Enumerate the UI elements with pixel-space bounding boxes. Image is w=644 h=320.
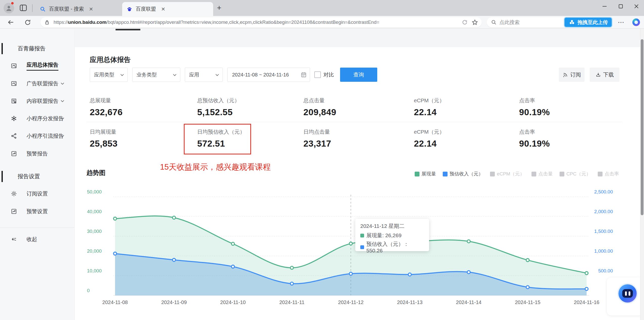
stat-value: 22.14 [414, 138, 445, 149]
chart-tooltip: 2024-11-12 星期二 展现量: 26,269 预估收入（元）：550.2… [355, 219, 429, 251]
window-close-button[interactable] [629, 0, 644, 13]
stat-daily-2: 日均点击量 23,317 [303, 128, 331, 149]
page-refresh-badge-icon[interactable] [461, 19, 468, 26]
browser-toolbar: https://union.baidu.com/bqt/appco.html#/… [0, 16, 644, 29]
stat-value: 25,853 [90, 138, 118, 149]
upload-button-label: 拖拽至此上传 [578, 19, 608, 26]
sidebar-item-2[interactable]: 内容联盟报告 [0, 94, 75, 108]
sidebar-setting-item-0[interactable]: 订阅设置 [0, 187, 75, 201]
page-title: 应用总体报告 [90, 55, 131, 64]
red-annotation: 15天收益展示，感兴趣观看课程 [160, 162, 271, 172]
left-axis-tick: 30,000 [87, 229, 102, 234]
x-axis-label: 2024-11-14 [446, 299, 492, 305]
calendar-icon [301, 72, 307, 78]
tab-baidu-union-search[interactable]: 百度联盟 - 搜索 ✕ [35, 2, 121, 16]
tooltip-text: 预估收入（元）：550.26 [366, 241, 424, 254]
rss-icon [563, 72, 568, 77]
legend-swatch [560, 172, 564, 176]
copilot-icon[interactable] [632, 18, 641, 27]
tab-baidu-union[interactable]: 百度联盟 ✕ [122, 2, 213, 16]
sidebar-collapse-button[interactable]: 收起 [0, 232, 75, 246]
chevron-down-icon [60, 99, 65, 103]
left-axis-tick: 50,000 [87, 189, 102, 195]
window-maximize-button[interactable] [613, 0, 629, 13]
stats-row-totals: 总展现量 232,676总预估收入（元） 5,152.55总点击量 209,84… [75, 97, 640, 122]
workspaces-icon[interactable] [19, 3, 28, 12]
sidebar-item-label: 订阅设置 [27, 190, 48, 197]
trend-chart-title: 趋势图 [86, 169, 105, 177]
legend-label: 预估收入（元） [450, 171, 483, 177]
sidebar-item-3[interactable]: 小程序分发报告 [0, 112, 75, 125]
download-button[interactable]: 下载 [590, 68, 619, 82]
sidebar-setting-item-1[interactable]: 预警设置 [0, 205, 75, 218]
legend-item-1[interactable]: 预估收入（元） [443, 171, 483, 177]
tab-close-icon[interactable]: ✕ [87, 6, 95, 13]
refresh-icon[interactable] [23, 17, 32, 27]
scrollbar-thumb[interactable] [641, 39, 643, 215]
filter-select-1[interactable]: 业务类型 [132, 68, 180, 82]
chevron-down-icon [60, 134, 65, 138]
browser-menu-icon[interactable]: ⋯ [616, 17, 626, 27]
sidebar-item-label: 预警报告 [27, 150, 48, 157]
sidebar-section-settings: 报告设置 [0, 170, 75, 183]
tooltip-rows: 展现量: 26,269 预估收入（元）：550.26 [360, 232, 424, 254]
stat-label: 总展现量 [90, 97, 123, 104]
tooltip-swatch [360, 234, 364, 237]
sidebar-item-4[interactable]: 小程序引流报告 [0, 129, 75, 143]
tab-title: 百度联盟 [136, 6, 156, 12]
stat-label: eCPM（元） [414, 128, 445, 135]
legend-item-2[interactable]: eCPM（元） [490, 171, 525, 177]
url-bar[interactable]: https://union.baidu.com/bqt/appco.html#/… [40, 17, 482, 27]
favorite-star-icon[interactable] [472, 19, 478, 26]
left-axis-tick: 40,000 [87, 209, 102, 214]
x-axis-label: 2024-11-13 [387, 299, 433, 305]
legend-item-5[interactable]: 点击率 [598, 171, 619, 177]
search-placeholder: 点此搜索 [499, 19, 520, 26]
compare-checkbox[interactable] [314, 71, 321, 78]
stat-value: 23,317 [303, 138, 331, 149]
browser-window: 百度联盟 - 搜索 ✕ 百度联盟 ✕ + https://union.baidu [0, 0, 644, 320]
netdisk-icon [568, 19, 575, 26]
sidebar-item-0[interactable]: 应用总体报告 [0, 59, 75, 73]
subscribe-button[interactable]: 订阅 [559, 68, 585, 82]
tooltip-row-1: 预估收入（元）：550.26 [360, 241, 424, 254]
alert-report-icon [11, 208, 17, 215]
robot-face-icon [622, 289, 633, 298]
legend-item-4[interactable]: CPC（元） [560, 171, 591, 177]
sidebar: 百青藤报告 应用总体报告 广告联盟报告 内容联盟报告 小程序分发报告 [0, 29, 75, 320]
url-text[interactable]: https://union.baidu.com/bqt/appco.html#/… [54, 19, 458, 25]
x-axis-label: 2024-11-16 [564, 299, 609, 305]
stat-label: 日均展现量 [90, 128, 118, 135]
stat-label: eCPM（元） [414, 97, 445, 104]
legend-item-3[interactable]: 点击量 [531, 171, 553, 177]
legend-label: eCPM（元） [497, 171, 525, 177]
tab-close-icon[interactable]: ✕ [160, 6, 167, 13]
left-axis-tick: 20,000 [87, 248, 102, 254]
stat-total-4: 点击率 90.19% [519, 97, 550, 117]
content-report-icon [11, 98, 17, 104]
filter-select-2[interactable]: 应用 [185, 68, 223, 82]
right-axis-tick: 1,000.00 [592, 248, 613, 254]
right-axis-tick: 2,000.00 [592, 209, 613, 214]
x-axis-label: 2024-11-12 [328, 299, 374, 305]
sidebar-item-1[interactable]: 广告联盟报告 [0, 77, 75, 90]
query-button[interactable]: 查询 [340, 68, 377, 82]
netdisk-upload-button[interactable]: 拖拽至此上传 [564, 17, 612, 28]
date-range-picker[interactable]: 2024-11-08 ~ 2024-11-16 [227, 68, 310, 82]
right-axis-tick: 500.00 [592, 268, 613, 274]
legend-item-0[interactable]: 展现量 [415, 171, 436, 177]
new-tab-button[interactable]: + [217, 4, 221, 12]
legend-swatch [443, 172, 448, 176]
x-axis-label: 2024-11-08 [92, 299, 138, 305]
stat-total-1: 总预估收入（元） 5,152.55 [197, 97, 240, 117]
sidebar-item-5[interactable]: 预警报告 [0, 147, 75, 161]
filter-select-0[interactable]: 应用类型 [90, 68, 128, 82]
back-icon[interactable] [6, 17, 16, 27]
search-icon [491, 19, 497, 25]
window-minimize-button[interactable] [597, 0, 612, 13]
right-axis-tick: 1,500.00 [592, 229, 613, 234]
legend-swatch [598, 172, 603, 176]
assistant-robot-button[interactable] [617, 283, 638, 304]
stat-value: 232,676 [90, 107, 123, 117]
tooltip-date: 2024-11-12 星期二 [360, 223, 424, 230]
